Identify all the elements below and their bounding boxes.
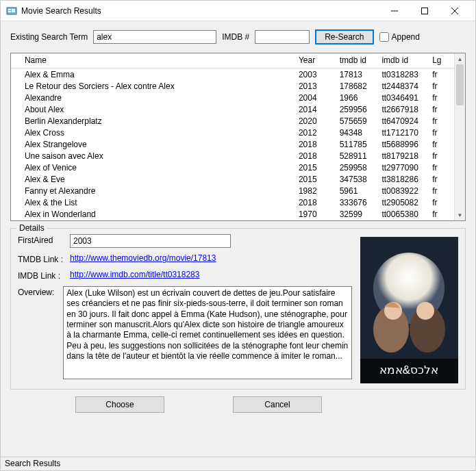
scrollbar[interactable]: ▲ ▼: [454, 53, 465, 220]
cell-tmdb: 1966: [334, 93, 377, 103]
scroll-track[interactable]: [455, 64, 465, 209]
cell-imdb: tt2667918: [376, 105, 427, 114]
cell-imdb: tt3818286: [376, 175, 427, 184]
tmdb-link[interactable]: http://www.themoviedb.org/movie/17813: [70, 253, 216, 263]
firstaired-label: FirstAired: [18, 234, 66, 245]
cell-imdb: tt8179218: [376, 151, 427, 161]
cell-name: Alex Strangelove: [19, 140, 293, 149]
cell-lg: fr: [427, 198, 454, 207]
cell-imdb: tt0065380: [376, 209, 427, 219]
poster-title-text: אלכס&אמא: [379, 364, 438, 377]
search-term-input[interactable]: [93, 30, 216, 44]
cell-name: Le Retour des Sorciers - Alex contre Ale…: [19, 81, 293, 91]
scroll-thumb[interactable]: [456, 64, 464, 105]
cell-year: 1970: [293, 209, 334, 219]
cell-year: 2015: [293, 163, 334, 173]
col-tmdb[interactable]: tmdb id: [334, 53, 377, 68]
cell-tmdb: 511785: [334, 140, 377, 149]
cell-tmdb: 94348: [334, 128, 377, 138]
cell-imdb: tt2905082: [376, 198, 427, 207]
cell-year: 2004: [293, 93, 334, 103]
scroll-down-icon[interactable]: ▼: [455, 209, 465, 220]
titlebar: Movie Search Results: [1, 1, 475, 21]
cancel-button[interactable]: Cancel: [233, 396, 322, 413]
cell-name: Alex & the List: [19, 198, 293, 207]
cell-name: Une saison avec Alex: [19, 151, 293, 161]
scroll-up-icon[interactable]: ▲: [455, 53, 465, 64]
col-lg[interactable]: Lg: [427, 53, 454, 68]
imdb-link-label: IMDB Link :: [18, 270, 66, 281]
cell-imdb: tt6470924: [376, 116, 427, 126]
table-row[interactable]: Le Retour des Sorciers - Alex contre Ale…: [11, 80, 454, 92]
cell-lg: fr: [427, 128, 454, 138]
cell-tmdb: 259958: [334, 163, 377, 173]
append-checkbox[interactable]: Append: [379, 32, 420, 42]
table-row[interactable]: Alexandre20041966tt0346491fr: [11, 92, 454, 103]
window-title: Movie Search Results: [21, 6, 101, 16]
table-row[interactable]: Alex Cross201294348tt1712170fr: [11, 127, 454, 138]
overview-label: Overview:: [18, 286, 59, 297]
cell-tmdb: 17813: [334, 70, 377, 79]
cell-name: Alex of Venice: [19, 163, 293, 173]
table-row[interactable]: Alex of Venice2015259958tt2977090fr: [11, 162, 454, 173]
firstaired-value[interactable]: 2003: [70, 234, 231, 248]
poster-image: אלכס&אמא: [360, 237, 458, 383]
cell-year: 2018: [293, 198, 334, 207]
cell-year: 2012: [293, 128, 334, 138]
cell-imdb: tt2977090: [376, 163, 427, 173]
cell-lg: fr: [427, 151, 454, 161]
statusbar: Search Results: [1, 457, 475, 470]
grid-header: Name Year tmdb id imdb id Lg: [11, 53, 454, 68]
cell-year: 2013: [293, 81, 334, 91]
cell-imdb: tt5688996: [376, 140, 427, 149]
cell-year: 2018: [293, 140, 334, 149]
choose-button[interactable]: Choose: [75, 396, 164, 413]
overview-text[interactable]: [63, 286, 352, 379]
append-checkbox-input[interactable]: [379, 32, 389, 42]
imdb-number-input[interactable]: [255, 30, 310, 44]
cell-tmdb: 575659: [334, 116, 377, 126]
cell-year: 2015: [293, 175, 334, 184]
table-row[interactable]: Alex & Emma200317813tt0318283fr: [11, 68, 454, 80]
col-year[interactable]: Year: [293, 53, 334, 68]
cell-lg: fr: [427, 93, 454, 103]
cell-name: Alex in Wonderland: [19, 209, 293, 219]
table-row[interactable]: About Alex2014259956tt2667918fr: [11, 103, 454, 115]
table-row[interactable]: Fanny et Alexandre19825961tt0083922fr: [11, 185, 454, 196]
table-row[interactable]: Une saison avec Alex2018528911tt8179218f…: [11, 150, 454, 162]
cell-tmdb: 178682: [334, 81, 377, 91]
cell-lg: fr: [427, 140, 454, 149]
close-button[interactable]: [440, 1, 470, 21]
svg-rect-1: [8, 9, 11, 10]
cell-name: Alexandre: [19, 93, 293, 103]
cell-name: Berlin Alexanderplatz: [19, 116, 293, 126]
window: Movie Search Results Existing Search Ter…: [0, 0, 476, 471]
cell-name: Alex & Eve: [19, 175, 293, 184]
maximize-button[interactable]: [410, 1, 440, 21]
research-button[interactable]: Re-Search: [315, 29, 373, 44]
search-row: Existing Search Term IMDB # Re-Search Ap…: [10, 29, 466, 44]
cell-name: About Alex: [19, 105, 293, 114]
table-row[interactable]: Alex & Eve2015347538tt3818286fr: [11, 173, 454, 185]
cell-year: 1982: [293, 186, 334, 196]
table-row[interactable]: Alex in Wonderland197032599tt0065380fr: [11, 208, 454, 220]
svg-rect-5: [422, 8, 428, 14]
table-row[interactable]: Berlin Alexanderplatz2020575659tt6470924…: [11, 115, 454, 127]
cell-year: 2018: [293, 151, 334, 161]
cell-lg: fr: [427, 81, 454, 91]
col-imdb[interactable]: imdb id: [376, 53, 427, 68]
imdb-link[interactable]: http://www.imdb.com/title/tt0318283: [70, 270, 199, 279]
col-name[interactable]: Name: [19, 53, 293, 68]
app-icon: [6, 5, 17, 16]
cell-imdb: tt0083922: [376, 186, 427, 196]
cell-year: 2014: [293, 105, 334, 114]
cell-lg: fr: [427, 186, 454, 196]
cell-imdb: tt2448374: [376, 81, 427, 91]
cell-tmdb: 333676: [334, 198, 377, 207]
minimize-button[interactable]: [379, 1, 410, 21]
cell-tmdb: 32599: [334, 209, 377, 219]
cell-imdb: tt1712170: [376, 128, 427, 138]
cell-tmdb: 259956: [334, 105, 377, 114]
table-row[interactable]: Alex Strangelove2018511785tt5688996fr: [11, 138, 454, 150]
table-row[interactable]: Alex & the List2018333676tt2905082fr: [11, 196, 454, 208]
